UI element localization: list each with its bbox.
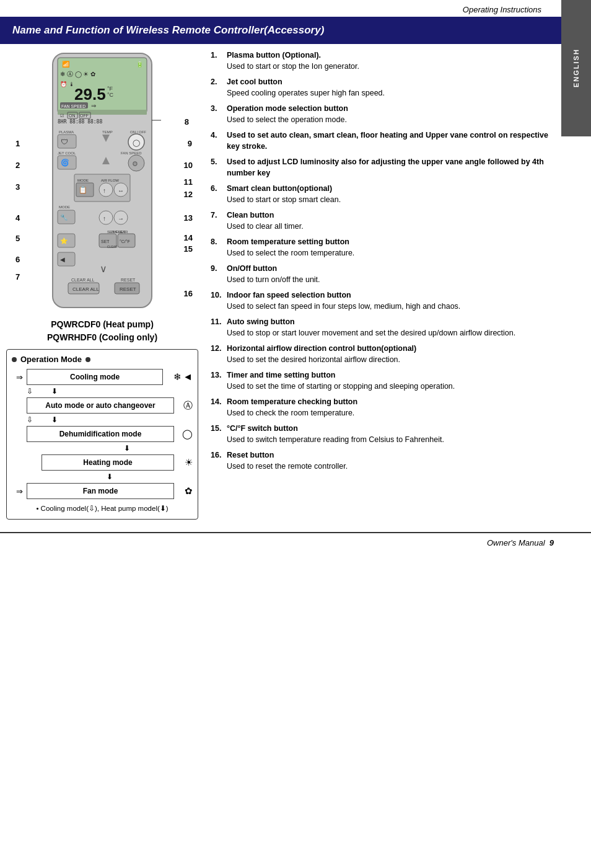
list-item: 4.Used to set auto clean, smart clean, f… <box>211 130 555 152</box>
list-item: 7.Clean buttonUsed to clear all timer. <box>211 210 555 232</box>
svg-point-40 <box>99 183 113 197</box>
page-header: Operating Instructions <box>0 0 591 17</box>
svg-text:ON: ON <box>69 113 76 118</box>
svg-text:🔋: 🔋 <box>136 61 144 68</box>
svg-text:⚙: ⚙ <box>132 160 138 167</box>
auto-mode-row: Auto mode or auto changeover Ⓐ <box>12 397 193 414</box>
svg-text:⏰ 🌡: ⏰ 🌡 <box>60 81 74 88</box>
callout-6: 6 <box>15 255 20 264</box>
callout-15: 15 <box>184 244 193 254</box>
auto-arrows-down: ⇩ ⬇ <box>27 415 193 424</box>
svg-text:TEMP: TEMP <box>102 130 113 134</box>
heating-mode-box: Heating mode <box>42 454 174 471</box>
list-item: 3.Operation mode selection buttonUsed to… <box>211 104 555 125</box>
list-item: 10.Indoor fan speed selection buttonUsed… <box>211 290 555 312</box>
remote-illustration: 📶 🔋 ❄ Ⓐ ◯ ☀ ✿ ⏰ 🌡 29.5 °F °C FAN SPEED ⇒ <box>6 50 198 311</box>
svg-text:RESET: RESET <box>121 278 136 282</box>
footer-page: 9 <box>549 538 554 547</box>
svg-text:⭐: ⭐ <box>60 237 68 245</box>
feature-list: 1.Plasma button (Optional).Used to start… <box>211 50 555 472</box>
callout-11: 11 <box>184 177 193 187</box>
svg-text:PLASMA: PLASMA <box>59 130 74 134</box>
model-1: PQWRCDF0 (Heat pump) <box>6 318 198 331</box>
list-item: 15.°C/°F switch buttonUsed to switch tem… <box>211 423 555 445</box>
svg-text:◀: ◀ <box>60 256 65 263</box>
svg-text:FAN SPEED: FAN SPEED <box>121 151 142 155</box>
language-label: ENGLISH <box>572 49 580 88</box>
fan-mode-row: ⇒ Fan mode ✿ <box>12 483 193 499</box>
svg-text:CLEAR ALL: CLEAR ALL <box>72 286 99 292</box>
callout-3: 3 <box>15 182 20 192</box>
fan-mode-box: Fan mode <box>27 483 174 499</box>
svg-text:29.5: 29.5 <box>74 85 106 104</box>
svg-text:JET COOL: JET COOL <box>58 151 76 155</box>
svg-text:📋: 📋 <box>79 185 87 194</box>
svg-text:🛡: 🛡 <box>61 138 68 146</box>
auto-icon: Ⓐ <box>174 400 193 412</box>
cooling-note: • Cooling model(⇩), Heat pump model(⬇) <box>12 503 193 514</box>
callout-4: 4 <box>15 213 20 223</box>
cooling-arrow: ◄ <box>183 371 193 383</box>
svg-text:SET  CLEAR: SET CLEAR <box>107 230 128 234</box>
svg-text:◯: ◯ <box>133 139 140 147</box>
title-banner: Name and Function of Wireless Remote Con… <box>0 17 561 44</box>
operation-mode-section: Operation Mode ⇒ Cooling mode ❄ ◄ ⇩ ⬇ <box>6 349 198 520</box>
dehum-arrow-down: ⬇ <box>61 444 193 453</box>
cooling-arrows-down: ⇩ ⬇ <box>27 387 193 396</box>
svg-text:☑: ☑ <box>60 113 64 118</box>
svg-text:OFF: OFF <box>80 113 89 118</box>
callout-10: 10 <box>184 161 193 170</box>
operation-mode-title: Operation Mode <box>12 355 193 364</box>
list-item: 12.Horizontal airflow direction control … <box>211 343 555 365</box>
svg-text:↑: ↑ <box>103 215 106 222</box>
dehum-icon: ◯ <box>174 428 193 440</box>
svg-text:⇒: ⇒ <box>91 102 96 109</box>
list-item: 8.Room temperature setting buttonUsed to… <box>211 237 555 259</box>
remote-svg: 📶 🔋 ❄ Ⓐ ◯ ☀ ✿ ⏰ 🌡 29.5 °F °C FAN SPEED ⇒ <box>40 50 164 311</box>
heating-mode-row: Heating mode ☀ <box>27 454 193 471</box>
callout-5: 5 <box>15 234 20 243</box>
svg-text:CLEAR: CLEAR <box>107 245 118 249</box>
title-text: Name and Function of Wireless Remote Con… <box>12 24 324 36</box>
svg-text:❄ Ⓐ ◯ ☀ ✿: ❄ Ⓐ ◯ ☀ ✿ <box>60 71 95 78</box>
model-2: PQWRHDF0 (Cooling only) <box>6 331 198 344</box>
footer: Owner's Manual 9 <box>0 532 591 552</box>
list-item: 2.Jet cool buttonSpeed cooling operates … <box>211 77 555 99</box>
svg-text:8HR 88:88 88:88: 8HR 88:88 88:88 <box>58 119 102 125</box>
callout-2: 2 <box>15 161 20 170</box>
cooling-mode-box: Cooling mode <box>27 369 163 385</box>
callout-1: 1 <box>15 139 20 148</box>
dehum-mode-box: Dehumidification mode <box>27 426 174 442</box>
right-panel: 1.Plasma button (Optional).Used to start… <box>211 50 555 520</box>
list-item: 14.Room temperature checking buttonUsed … <box>211 397 555 418</box>
op-mode-title-text: Operation Mode <box>20 355 82 364</box>
svg-text:🔧: 🔧 <box>60 213 68 221</box>
svg-text:CLEAR ALL: CLEAR ALL <box>71 278 94 282</box>
list-item: 11.Auto swing buttonUsed to stop or star… <box>211 317 555 339</box>
model-names: PQWRCDF0 (Heat pump) PQWRHDF0 (Cooling o… <box>6 318 198 344</box>
callout-12: 12 <box>184 190 193 199</box>
callout-13: 13 <box>184 213 193 223</box>
op-mode-diagram: ⇒ Cooling mode ❄ ◄ ⇩ ⬇ Auto mode or <box>12 369 193 514</box>
svg-text:RESET: RESET <box>120 286 136 292</box>
svg-text:🌀: 🌀 <box>61 158 69 167</box>
svg-text:MODE: MODE <box>77 179 89 182</box>
main-content: 📶 🔋 ❄ Ⓐ ◯ ☀ ✿ ⏰ 🌡 29.5 °F °C FAN SPEED ⇒ <box>0 50 561 520</box>
svg-text:∨: ∨ <box>100 264 107 274</box>
svg-point-47 <box>99 211 113 224</box>
dehum-mode-row: Dehumidification mode ◯ <box>12 426 193 442</box>
list-item: 1.Plasma button (Optional).Used to start… <box>211 50 555 72</box>
cooling-mode-row: ⇒ Cooling mode ❄ ◄ <box>12 369 193 385</box>
list-item: 5.Used to adjust LCD luminosity also for… <box>211 157 555 179</box>
cooling-icon: ❄ <box>163 371 182 383</box>
callout-9: 9 <box>188 139 192 148</box>
svg-text:SET: SET <box>101 239 110 244</box>
list-item: 16.Reset buttonUsed to reset the remote … <box>211 450 555 472</box>
svg-text:°F: °F <box>107 86 113 92</box>
callout-8: 8 <box>185 117 189 126</box>
footer-text: Owner's Manual <box>487 538 545 547</box>
svg-text:FAN SPEED: FAN SPEED <box>61 104 85 108</box>
heating-arrow-down: ⬇ <box>27 472 193 481</box>
callout-14: 14 <box>184 233 193 242</box>
callout-7: 7 <box>15 272 20 281</box>
